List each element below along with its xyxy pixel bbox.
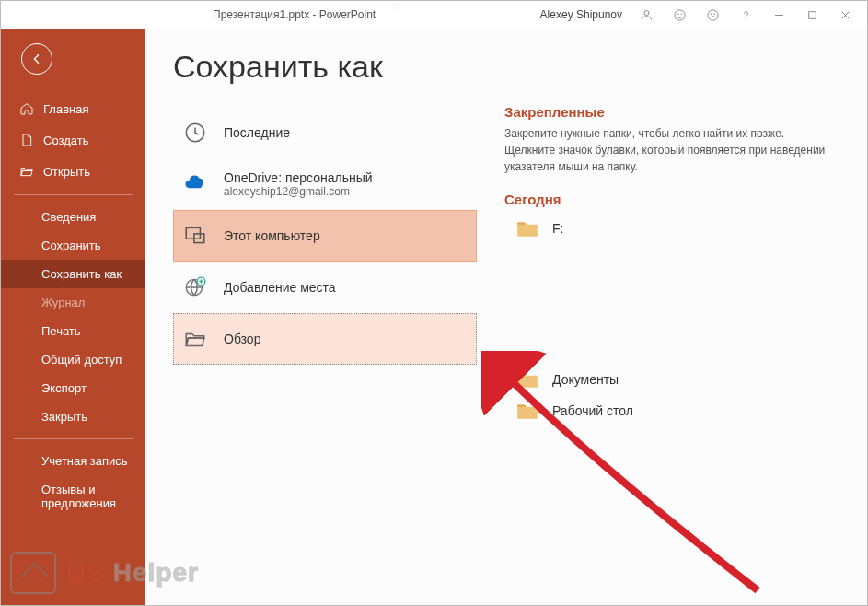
- locations-column: Сохранить как Последние OneDrive: персон…: [173, 49, 477, 605]
- folder-label: Документы: [552, 372, 619, 387]
- content: Главная Создать Открыть Сведения Сохрани…: [1, 29, 867, 605]
- location-label: OneDrive: персональный: [224, 170, 373, 185]
- sidebar-separator: [14, 194, 133, 195]
- cloud-icon: [181, 170, 209, 198]
- sidebar-item-label: Журнал: [41, 296, 85, 309]
- location-label: Этот компьютер: [224, 228, 320, 243]
- sidebar-item-label: Печать: [41, 324, 81, 338]
- pc-icon: [181, 222, 209, 250]
- sidebar-item-label: Отзывы и предложения: [41, 483, 116, 510]
- folder-item[interactable]: Документы: [515, 364, 839, 395]
- sidebar-item-open[interactable]: Открыть: [1, 156, 145, 187]
- sidebar-item-new[interactable]: Создать: [1, 124, 145, 156]
- help-icon[interactable]: [729, 1, 762, 29]
- sidebar-item-label: Главная: [43, 102, 88, 116]
- close-icon[interactable]: [828, 1, 862, 29]
- svg-rect-9: [808, 11, 816, 18]
- sidebar-item-label: Сохранить как: [41, 267, 122, 281]
- location-label: Последние: [224, 125, 290, 140]
- sidebar: Главная Создать Открыть Сведения Сохрани…: [1, 29, 145, 605]
- sidebar-item-label: Создать: [43, 134, 88, 147]
- svg-point-6: [711, 13, 712, 14]
- sidebar-item-account[interactable]: Учетная запись: [1, 447, 145, 475]
- titlebar: Презентация1.pptx - PowerPoint Alexey Sh…: [1, 1, 867, 29]
- folders-column: Закрепленные Закрепите нужные папки, что…: [477, 49, 839, 605]
- location-add-place[interactable]: Добавление места: [173, 262, 477, 313]
- svg-point-4: [681, 13, 682, 14]
- svg-point-3: [677, 13, 678, 14]
- window-title: Презентация1.pptx - PowerPoint: [213, 8, 376, 21]
- pinned-description: Закрепите нужные папки, чтобы легко найт…: [504, 125, 836, 175]
- clock-icon: [181, 119, 209, 146]
- sidebar-item-print[interactable]: Печать: [1, 317, 145, 345]
- folder-item[interactable]: Рабочий стол: [515, 395, 839, 426]
- page-title: Сохранить как: [173, 49, 477, 85]
- pinned-heading: Закрепленные: [504, 104, 839, 120]
- sidebar-item-label: Закрыть: [41, 410, 87, 424]
- sidebar-item-label: Открыть: [43, 165, 90, 179]
- svg-point-1: [644, 10, 649, 15]
- app-window: Презентация1.pptx - PowerPoint Alexey Sh…: [0, 0, 868, 606]
- maximize-icon[interactable]: [795, 1, 828, 29]
- sidebar-separator: [14, 438, 133, 439]
- today-heading: Сегодня: [504, 192, 839, 207]
- sidebar-item-home[interactable]: Главная: [1, 93, 145, 124]
- sidebar-item-info[interactable]: Сведения: [1, 203, 145, 231]
- user-name[interactable]: Alexey Shipunov: [540, 8, 622, 21]
- open-folder-icon: [19, 164, 34, 179]
- location-recent[interactable]: Последние: [173, 107, 477, 158]
- sidebar-item-history[interactable]: Журнал: [1, 288, 145, 317]
- sidebar-item-label: Сведения: [41, 210, 96, 224]
- folder-item[interactable]: F:: [515, 213, 839, 244]
- sidebar-item-label: Общий доступ: [41, 353, 122, 367]
- avatar-icon[interactable]: [630, 1, 663, 29]
- folder-icon: [515, 401, 539, 421]
- frown-icon[interactable]: [696, 1, 729, 29]
- smile-icon[interactable]: [663, 1, 696, 29]
- home-icon: [19, 101, 34, 116]
- svg-point-2: [674, 9, 684, 19]
- location-label: Обзор: [224, 332, 260, 346]
- back-button[interactable]: [21, 43, 52, 75]
- location-sub: alexeyship12@gmail.com: [224, 185, 373, 198]
- svg-point-0: [396, 1, 399, 11]
- folder-label: F:: [552, 221, 563, 236]
- svg-point-7: [714, 13, 715, 14]
- sidebar-item-label: Учетная запись: [41, 454, 128, 468]
- sidebar-item-save-as[interactable]: Сохранить как: [1, 260, 145, 288]
- svg-point-5: [707, 9, 717, 19]
- folder-icon: [515, 369, 539, 390]
- sidebar-item-share[interactable]: Общий доступ: [1, 345, 145, 374]
- minimize-icon[interactable]: [762, 1, 795, 29]
- sidebar-item-export[interactable]: Экспорт: [1, 374, 145, 402]
- decorative-background: [388, 1, 401, 15]
- sidebar-item-feedback[interactable]: Отзывы и предложения: [1, 475, 145, 518]
- location-label: Добавление места: [224, 280, 336, 295]
- svg-point-8: [746, 17, 746, 18]
- folder-label: Рабочий стол: [552, 403, 633, 418]
- sidebar-item-label: Экспорт: [41, 381, 87, 395]
- folder-open-icon: [181, 325, 209, 353]
- location-this-pc[interactable]: Этот компьютер: [173, 210, 477, 262]
- globe-plus-icon: [181, 274, 209, 301]
- location-browse[interactable]: Обзор: [173, 313, 477, 365]
- sidebar-item-label: Сохранить: [41, 239, 101, 252]
- new-doc-icon: [19, 133, 34, 147]
- sidebar-item-save[interactable]: Сохранить: [1, 231, 145, 260]
- folder-icon: [515, 218, 539, 239]
- location-onedrive[interactable]: OneDrive: персональный alexeyship12@gmai…: [173, 158, 477, 210]
- main: Сохранить как Последние OneDrive: персон…: [145, 29, 867, 605]
- sidebar-item-close[interactable]: Закрыть: [1, 402, 145, 431]
